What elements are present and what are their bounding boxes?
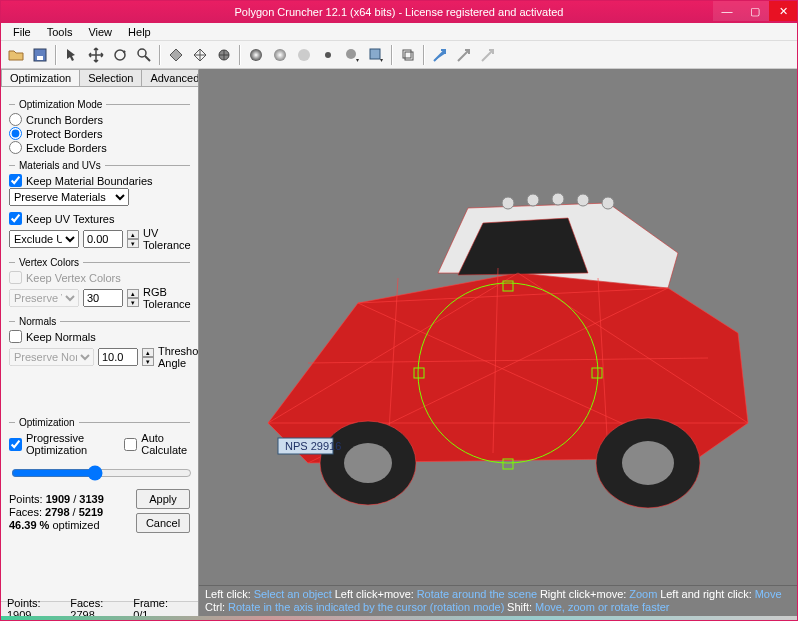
- tab-selection[interactable]: Selection: [79, 69, 142, 86]
- sphere-dropdown-icon[interactable]: [341, 44, 363, 66]
- thresh-up[interactable]: ▴: [142, 348, 154, 357]
- sphere-1-icon[interactable]: [245, 44, 267, 66]
- svg-point-33: [622, 441, 674, 485]
- tab-advanced[interactable]: Advanced: [141, 69, 199, 86]
- arrow-2-icon[interactable]: [453, 44, 475, 66]
- label-keep-normals: Keep Normals: [26, 331, 96, 343]
- svg-rect-16: [405, 52, 413, 60]
- tabs: Optimization Selection Advanced: [1, 69, 198, 87]
- svg-point-37: [577, 194, 589, 206]
- svg-point-34: [502, 197, 514, 209]
- menu-tools[interactable]: Tools: [39, 26, 81, 38]
- svg-point-12: [325, 52, 331, 58]
- minimize-button[interactable]: —: [713, 1, 741, 21]
- combo-preserve-materials[interactable]: Preserve Materials: [9, 188, 129, 206]
- svg-rect-15: [403, 50, 411, 58]
- move-icon[interactable]: [85, 44, 107, 66]
- label-keep-uv-textures: Keep UV Textures: [26, 213, 114, 225]
- toolbar: [1, 41, 797, 69]
- optimization-slider[interactable]: [11, 465, 192, 481]
- shading-1-icon[interactable]: [165, 44, 187, 66]
- window-controls: — ▢ ✕: [713, 1, 797, 21]
- label-keep-material-boundaries: Keep Material Boundaries: [26, 175, 153, 187]
- radio-protect-borders[interactable]: [9, 127, 22, 140]
- svg-point-11: [298, 49, 310, 61]
- titlebar: Polygon Cruncher 12.1 (x64 bits) - Licen…: [1, 1, 797, 23]
- check-keep-uv-textures[interactable]: [9, 212, 22, 225]
- select-icon[interactable]: [61, 44, 83, 66]
- check-progressive-optimization[interactable]: [9, 438, 22, 451]
- rotate-icon[interactable]: [109, 44, 131, 66]
- check-keep-material-boundaries[interactable]: [9, 174, 22, 187]
- group-optimization-mode: Optimization Mode: [9, 99, 190, 110]
- uv-tol-up[interactable]: ▴: [127, 230, 139, 239]
- group-normals: Normals: [9, 316, 190, 327]
- label-uv-tolerance: UV Tolerance: [143, 227, 191, 251]
- svg-rect-14: [370, 49, 380, 59]
- svg-point-13: [346, 49, 356, 59]
- layers-icon[interactable]: [397, 44, 419, 66]
- rgb-tol-up[interactable]: ▴: [127, 289, 139, 298]
- toolbar-separator: [159, 45, 161, 65]
- svg-point-31: [344, 443, 392, 483]
- input-rgb-tolerance[interactable]: [83, 289, 123, 307]
- arrow-3-icon[interactable]: [477, 44, 499, 66]
- shading-3-icon[interactable]: [213, 44, 235, 66]
- menubar: File Tools View Help: [1, 23, 797, 41]
- arrow-1-icon[interactable]: [429, 44, 451, 66]
- open-file-icon[interactable]: [5, 44, 27, 66]
- combo-preserve-normals: Preserve Normals: [9, 348, 94, 366]
- label-keep-vertex-colors: Keep Vertex Colors: [26, 272, 121, 284]
- svg-line-4: [145, 56, 150, 61]
- apply-button[interactable]: Apply: [136, 489, 190, 509]
- svg-point-10: [274, 49, 286, 61]
- tab-optimization[interactable]: Optimization: [1, 69, 80, 86]
- combo-exclude-uv[interactable]: Exclude UV: [9, 230, 79, 248]
- check-keep-vertex-colors: [9, 271, 22, 284]
- input-uv-tolerance[interactable]: [83, 230, 123, 248]
- radio-crunch-borders[interactable]: [9, 113, 22, 126]
- svg-point-35: [527, 194, 539, 206]
- 3d-viewport[interactable]: NPS 29916 Left click: Select an object L…: [199, 69, 797, 616]
- label-crunch-borders: Crunch Borders: [26, 114, 103, 126]
- svg-point-38: [602, 197, 614, 209]
- thresh-down[interactable]: ▾: [142, 357, 154, 366]
- rgb-tol-down[interactable]: ▾: [127, 298, 139, 307]
- menu-view[interactable]: View: [80, 26, 120, 38]
- svg-text:NPS 29916: NPS 29916: [285, 440, 341, 452]
- label-protect-borders: Protect Borders: [26, 128, 102, 140]
- viewport-hints: Left click: Select an object Left click+…: [199, 585, 797, 616]
- radio-exclude-borders[interactable]: [9, 141, 22, 154]
- close-button[interactable]: ✕: [769, 1, 797, 21]
- zoom-icon[interactable]: [133, 44, 155, 66]
- menu-help[interactable]: Help: [120, 26, 159, 38]
- taskbar-sliver: [1, 616, 797, 620]
- label-exclude-borders: Exclude Borders: [26, 142, 107, 154]
- label-auto-calculate: Auto Calculate: [141, 432, 190, 456]
- sphere-small-icon[interactable]: [317, 44, 339, 66]
- group-optimization: Optimization: [9, 417, 190, 428]
- sphere-2-icon[interactable]: [269, 44, 291, 66]
- menu-file[interactable]: File: [5, 26, 39, 38]
- svg-point-9: [250, 49, 262, 61]
- check-auto-calculate[interactable]: [124, 438, 137, 451]
- label-progressive-optimization: Progressive Optimization: [26, 432, 112, 456]
- wireframe-icon[interactable]: [189, 44, 211, 66]
- maximize-button[interactable]: ▢: [741, 1, 769, 21]
- texture-dropdown-icon[interactable]: [365, 44, 387, 66]
- stats-text: Points: 1909 / 3139 Faces: 2798 / 5219 4…: [9, 493, 104, 532]
- cancel-button[interactable]: Cancel: [136, 513, 190, 533]
- left-panel: Optimization Selection Advanced Optimiza…: [1, 69, 199, 616]
- sphere-3-icon[interactable]: [293, 44, 315, 66]
- svg-rect-1: [37, 56, 43, 60]
- save-file-icon[interactable]: [29, 44, 51, 66]
- label-threshold-angle: Threshold Angle: [158, 345, 198, 369]
- input-threshold-angle[interactable]: [98, 348, 138, 366]
- check-keep-normals[interactable]: [9, 330, 22, 343]
- svg-point-36: [552, 193, 564, 205]
- panel-statusbar: Points: 1909 Faces: 2798 Frame: 0/1: [1, 601, 198, 616]
- group-vertex-colors: Vertex Colors: [9, 257, 190, 268]
- combo-preserve-vc: Preserve VC: [9, 289, 79, 307]
- svg-marker-5: [170, 49, 182, 61]
- uv-tol-down[interactable]: ▾: [127, 239, 139, 248]
